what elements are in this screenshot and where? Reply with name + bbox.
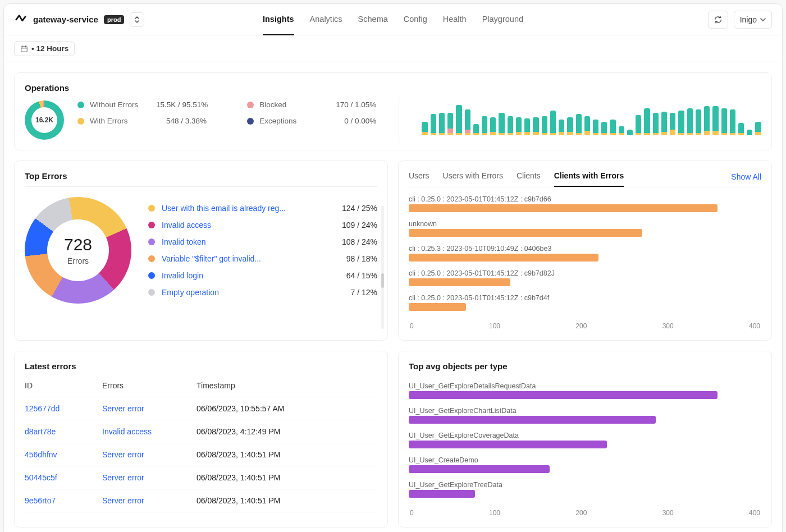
hbar-fill — [409, 416, 656, 424]
nav-playground[interactable]: Playground — [482, 4, 523, 35]
error-name[interactable]: Invalid token — [162, 237, 328, 246]
histogram-bar — [644, 108, 650, 135]
error-row: User with this email is already reg...12… — [148, 204, 377, 213]
legend-label: Without Errors — [90, 100, 150, 109]
error-type-link[interactable]: Server error — [102, 473, 192, 482]
error-row: Invalid login64 / 15% — [148, 271, 377, 280]
top-avg-title: Top avg objects per type — [409, 361, 761, 371]
error-name[interactable]: Invalid access — [162, 221, 328, 230]
error-id-link[interactable]: 125677dd — [25, 404, 98, 413]
clients-card: UsersUsers with ErrorsClientsClients wit… — [398, 160, 772, 341]
histogram-bar — [670, 113, 675, 135]
brand: gateway-service prod — [14, 12, 144, 27]
scrollbar-thumb[interactable] — [381, 273, 384, 288]
axis-tick: 300 — [662, 509, 674, 517]
error-type-link[interactable]: Server error — [102, 450, 192, 459]
axis-tick: 400 — [749, 322, 760, 330]
refresh-button[interactable] — [708, 11, 728, 29]
histogram-bar — [482, 116, 487, 135]
legend-value: 548 / 3.38% — [156, 117, 207, 125]
histogram-bar — [550, 111, 556, 135]
nav-config[interactable]: Config — [404, 4, 427, 35]
histogram-bar — [747, 130, 752, 135]
tab-clients[interactable]: Clients — [517, 171, 541, 187]
legend-value: 170 / 1.05% — [326, 100, 376, 109]
error-id-link[interactable]: 9e56rto7 — [25, 496, 98, 505]
error-id-link[interactable]: d8art78e — [25, 427, 98, 436]
histogram-bar — [721, 108, 727, 135]
hbar-label: cli : 0.25.0 : 2023-05-01T01:45:12Z : c9… — [409, 269, 761, 277]
table-row: 50445c5fServer error06/08/2023, 1:40:51 … — [25, 466, 377, 489]
chevron-down-icon — [760, 17, 766, 22]
tab-users[interactable]: Users — [409, 171, 429, 187]
histogram-bar — [619, 126, 624, 135]
show-all-link[interactable]: Show All — [731, 172, 761, 187]
top-errors-list: User with this email is already reg...12… — [148, 204, 377, 297]
histogram-bar — [712, 106, 718, 135]
nav-schema[interactable]: Schema — [358, 4, 388, 35]
error-name[interactable]: Variable "$filter" got invalid... — [162, 254, 328, 263]
hbar-label: cli : 0.25.0 : 2023-05-01T01:45:12Z : c9… — [409, 195, 761, 203]
histogram-bar — [730, 109, 735, 135]
histogram-bar — [456, 105, 461, 135]
errors-count: 728 — [64, 235, 92, 254]
histogram-bar — [687, 108, 693, 135]
legend-value: 0 / 0.00% — [326, 117, 376, 125]
nav-health[interactable]: Health — [443, 4, 467, 35]
error-id-link[interactable]: 50445c5f — [25, 473, 98, 482]
table-head: IDErrorsTimestamp — [25, 374, 377, 397]
error-type-link[interactable]: Invalid access — [102, 427, 192, 436]
hbar-fill — [409, 465, 550, 473]
env-badge: prod — [104, 15, 124, 24]
legend-label: Blocked — [259, 100, 320, 109]
histogram-bar — [447, 113, 453, 135]
legend-dot — [148, 222, 155, 228]
hbar-label: unknown — [409, 220, 761, 228]
hbar-fill — [409, 441, 607, 448]
timerange-button[interactable]: • 12 Hours — [14, 41, 75, 56]
hbar-row: UI_User_GetExploreTreeData — [409, 481, 761, 498]
histogram-bar — [610, 120, 615, 135]
error-id-link[interactable]: 456dhfnv — [25, 450, 98, 459]
hbar-fill — [409, 229, 642, 237]
error-name[interactable]: User with this email is already reg... — [162, 204, 328, 213]
hbar-row: cli : 0.25.3 : 2023-05-10T09:10:49Z : 04… — [409, 245, 761, 262]
axis-tick: 0 — [410, 509, 414, 517]
scrollbar[interactable] — [381, 206, 384, 329]
refresh-icon — [714, 15, 723, 24]
hbar-row: cli : 0.25.0 : 2023-05-01T01:45:12Z : c9… — [409, 269, 761, 286]
operations-donut: 16.2K — [25, 100, 64, 140]
error-type-link[interactable]: Server error — [102, 496, 192, 505]
error-type-link[interactable]: Server error — [102, 404, 192, 413]
operations-total: 16.2K — [31, 107, 57, 133]
hbar-label: UI_User_GetExploreCoverageData — [409, 432, 761, 439]
tab-clients-with-errors[interactable]: Clients with Errors — [554, 171, 624, 187]
tab-users-with-errors[interactable]: Users with Errors — [443, 171, 503, 187]
hbar-row: unknown — [409, 220, 761, 237]
histogram-bar — [661, 112, 667, 135]
hbar-fill — [409, 278, 510, 286]
histogram-bar — [576, 114, 582, 135]
legend-dot — [247, 102, 254, 108]
histogram-bar — [431, 114, 436, 135]
subbar: • 12 Hours — [4, 35, 782, 62]
top-errors-donut: 728 Errors — [25, 197, 131, 304]
legend-dot — [148, 289, 155, 296]
legend-dot — [77, 118, 84, 125]
table-row: 125677ddServer error06/06/2023, 10:55:57… — [25, 397, 377, 420]
latest-errors-card: Latest errors IDErrorsTimestamp125677ddS… — [14, 351, 388, 528]
error-name[interactable]: Empty operation — [162, 288, 328, 297]
histogram-bar — [524, 118, 530, 135]
user-menu-button[interactable]: Inigo — [734, 11, 772, 29]
error-name[interactable]: Invalid login — [162, 271, 328, 280]
error-row: Empty operation7 / 12% — [148, 288, 377, 297]
service-switcher-button[interactable] — [130, 12, 144, 27]
histogram-bar — [755, 122, 761, 135]
nav-insights[interactable]: Insights — [263, 4, 294, 35]
histogram-bar — [601, 122, 607, 135]
histogram-bar — [584, 116, 590, 135]
nav-analytics[interactable]: Analytics — [310, 4, 342, 35]
histogram-bar — [490, 117, 496, 135]
error-row: Variable "$filter" got invalid...98 / 18… — [148, 254, 377, 263]
hbar-fill — [409, 391, 718, 399]
